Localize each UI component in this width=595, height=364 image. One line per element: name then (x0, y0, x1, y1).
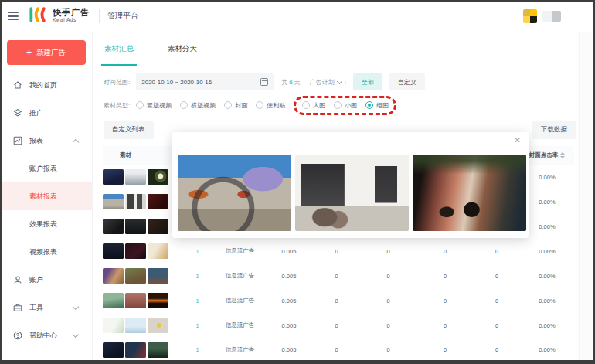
tab-material-by-day[interactable]: 素材分天 (168, 32, 197, 66)
creative-count-link[interactable]: 1 (196, 322, 199, 329)
download-data-button[interactable]: 下载数据 (532, 121, 576, 139)
material-thumbs-cell (103, 194, 180, 209)
thumbnail-night-skyline[interactable] (103, 243, 124, 259)
creative-count-link[interactable]: 1 (180, 273, 215, 280)
metric-cell: 0 (360, 273, 416, 280)
radio-竖版视频[interactable]: 竖版视频 (136, 101, 172, 110)
radio-label: 封面 (235, 101, 247, 110)
bid-cell: 0.005 (265, 346, 313, 353)
thumbnail-night-city[interactable] (103, 169, 124, 185)
ad-type-cell: 信息流广告 (215, 247, 265, 255)
report-icon (12, 135, 23, 146)
date-filter-row: 时间范围: 2020-10-10 ~ 2020-10-16 共6天 广告计划 :… (94, 73, 595, 91)
red-dashed-annotation: 大图小图组图 (294, 96, 396, 115)
creative-count-link[interactable]: 1 (180, 322, 215, 329)
bid-cell: 0.005 (265, 248, 313, 255)
thumbnail-flower-dark[interactable] (148, 169, 168, 185)
plan-custom-chip[interactable]: 自定义 (389, 73, 425, 90)
sidebar-item-label: 帮助中心 (29, 331, 57, 341)
ad-type-cell: 信息流广告 (215, 297, 265, 304)
creative-count-link[interactable]: 1 (180, 346, 215, 353)
header-cover-ctr-label: 封面点击率 (529, 151, 559, 159)
thumbnail-red-room[interactable] (148, 194, 168, 209)
sidebar-item-推广[interactable]: 推广 (0, 99, 92, 127)
plan-all-chip[interactable]: 全部 (353, 73, 382, 90)
thumbnail-yellow-flower[interactable] (148, 318, 168, 333)
sidebar-item-视频报表[interactable]: 视频报表 (0, 238, 92, 266)
close-icon[interactable]: ✕ (515, 136, 521, 145)
material-thumbs-cell (103, 293, 180, 308)
ad-plan-label: 广告计划 (310, 78, 335, 87)
creative-count-link[interactable]: 1 (196, 248, 199, 255)
radio-selected-icon (366, 101, 373, 109)
platform-title: 管理平台 (107, 11, 138, 22)
sidebar-item-帮助中心[interactable]: 帮助中心 (0, 321, 92, 349)
creative-count-link[interactable]: 1 (180, 248, 215, 255)
thumbnail-street-scene[interactable] (103, 268, 124, 284)
tab-material-summary[interactable]: 素材汇总 (104, 32, 134, 66)
user-menu-collapsed[interactable] (542, 11, 561, 22)
thumbnail-night-red-lights[interactable] (125, 243, 146, 259)
thumbnail-lake-dark[interactable] (148, 342, 168, 358)
chevron-up-icon (73, 139, 79, 145)
thumbnail-boat-red[interactable] (125, 342, 146, 358)
radio-小图[interactable]: 小图 (334, 101, 357, 110)
sidebar-item-效果报表[interactable]: 效果报表 (0, 210, 92, 238)
radio-icon (302, 101, 310, 109)
sidebar-item-工具[interactable]: 工具 (0, 294, 92, 321)
radio-横版视频[interactable]: 横版视频 (180, 101, 216, 110)
radio-便利贴[interactable]: 便利贴 (256, 101, 285, 110)
sidebar-menu: 我的首页推广报表账户报表素材报表效果报表视频报表账户工具帮助中心 (0, 71, 92, 349)
thumbnail-lake-boat[interactable] (103, 293, 124, 308)
user-avatar[interactable] (523, 9, 537, 23)
brand-block: 快手广告 Kwai Ads (53, 9, 90, 22)
bid-cell: 0.005 (265, 273, 313, 280)
cover-ctr-cell: 0.00% (520, 298, 574, 304)
material-thumbs-cell (103, 219, 180, 234)
thumbnail-snow-mountains[interactable] (125, 169, 146, 185)
date-range-input[interactable]: 2020-10-10 ~ 2020-10-16 (136, 73, 274, 90)
sidebar-item-label: 工具 (29, 303, 43, 313)
total-days-value: 6 (289, 79, 292, 86)
metric-cell: 0 (416, 273, 474, 280)
customize-columns-button[interactable]: 自定义列表 (104, 121, 154, 139)
metric-cell: 0 (313, 273, 360, 280)
sidebar-item-素材报表[interactable]: 素材报表 (0, 182, 92, 210)
blurred-cyclist-image (178, 155, 291, 231)
radio-封面[interactable]: 封面 (224, 101, 247, 110)
radio-label: 组图 (376, 101, 389, 110)
new-ad-button[interactable]: + 新建广告 (7, 40, 86, 65)
sidebar-item-账户报表[interactable]: 账户报表 (0, 155, 92, 182)
radio-组图[interactable]: 组图 (366, 101, 389, 110)
bid-cell: 0.005 (265, 298, 313, 304)
thumbnail-dark-ladder[interactable] (125, 219, 146, 234)
creative-count-link[interactable]: 1 (196, 273, 199, 280)
sidebar-item-我的首页[interactable]: 我的首页 (0, 71, 92, 99)
thumbnail-bear-rock[interactable] (125, 268, 146, 284)
creative-count-link[interactable]: 1 (196, 346, 199, 353)
sort-icon[interactable] (560, 152, 565, 158)
thumbnail-art-gallery[interactable] (125, 194, 146, 209)
thumbnail-cyclist-blur[interactable] (103, 194, 124, 209)
sidebar-item-账户[interactable]: 账户 (0, 266, 92, 294)
thumbnail-brick-building[interactable] (125, 293, 146, 308)
table-row: 1信息流广告0.00500000.00% (103, 288, 574, 313)
thumbnail-night-blue[interactable] (103, 342, 124, 358)
radio-大图[interactable]: 大图 (302, 101, 325, 110)
thumbnail-dark-figure[interactable] (103, 219, 124, 234)
creative-count-link[interactable]: 1 (180, 298, 215, 304)
art-gallery-image (295, 155, 409, 231)
new-ad-label: 新建广告 (36, 48, 66, 58)
chevron-down-icon (73, 304, 79, 310)
thumbnail-dark-wall[interactable] (148, 219, 168, 234)
thumbnail-plant-white[interactable] (103, 318, 124, 333)
thumbnail-blue-structure[interactable] (148, 268, 168, 284)
sidebar-item-报表[interactable]: 报表 (0, 127, 92, 155)
thumbnail-tree-sky[interactable] (125, 318, 146, 333)
thumbnail-sunset[interactable] (148, 293, 168, 308)
creative-count-link[interactable]: 1 (196, 298, 199, 304)
ad-plan-dropdown[interactable]: 广告计划 : (310, 78, 346, 87)
cover-ctr-cell: 0.00% (520, 322, 574, 329)
thumbnail-cat[interactable] (148, 243, 168, 259)
hamburger-menu-icon[interactable] (8, 10, 19, 22)
